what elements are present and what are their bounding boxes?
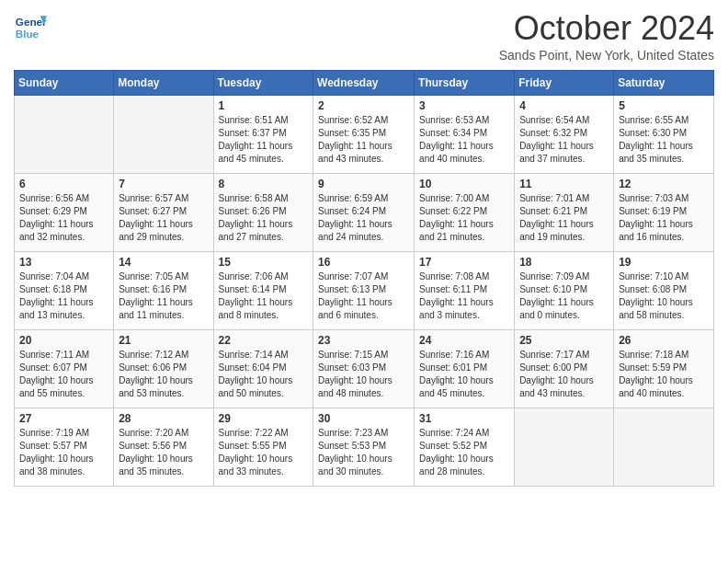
day-number: 10	[419, 178, 509, 190]
day-number: 6	[19, 178, 108, 190]
calendar-cell	[15, 96, 114, 174]
calendar-cell: 28Sunrise: 7:20 AM Sunset: 5:56 PM Dayli…	[114, 408, 213, 487]
day-info: Sunrise: 7:05 AM Sunset: 6:16 PM Dayligh…	[119, 270, 208, 322]
calendar-cell: 10Sunrise: 7:00 AM Sunset: 6:22 PM Dayli…	[415, 174, 515, 252]
day-info: Sunrise: 7:17 AM Sunset: 6:00 PM Dayligh…	[519, 349, 609, 400]
calendar-cell: 11Sunrise: 7:01 AM Sunset: 6:21 PM Dayli…	[515, 174, 614, 252]
calendar-cell: 13Sunrise: 7:04 AM Sunset: 6:18 PM Dayli…	[15, 252, 114, 330]
calendar-cell: 27Sunrise: 7:19 AM Sunset: 5:57 PM Dayli…	[15, 408, 114, 487]
calendar-cell: 21Sunrise: 7:12 AM Sunset: 6:06 PM Dayli…	[114, 330, 213, 408]
day-number: 31	[419, 412, 509, 425]
calendar-cell: 19Sunrise: 7:10 AM Sunset: 6:08 PM Dayli…	[614, 252, 714, 330]
title-area: October 2024 Sands Point, New York, Unit…	[499, 9, 714, 63]
day-info: Sunrise: 7:00 AM Sunset: 6:22 PM Dayligh…	[419, 192, 509, 244]
day-number: 21	[119, 334, 208, 347]
day-number: 7	[119, 178, 208, 190]
calendar-week-row: 1Sunrise: 6:51 AM Sunset: 6:37 PM Daylig…	[15, 96, 714, 174]
day-info: Sunrise: 7:20 AM Sunset: 5:56 PM Dayligh…	[119, 427, 208, 478]
day-number: 9	[318, 178, 409, 190]
day-info: Sunrise: 6:55 AM Sunset: 6:30 PM Dayligh…	[619, 114, 709, 166]
day-number: 2	[318, 99, 409, 112]
calendar-cell: 4Sunrise: 6:54 AM Sunset: 6:32 PM Daylig…	[515, 96, 614, 174]
calendar-cell: 16Sunrise: 7:07 AM Sunset: 6:13 PM Dayli…	[313, 252, 415, 330]
day-number: 22	[219, 334, 309, 347]
calendar-cell: 14Sunrise: 7:05 AM Sunset: 6:16 PM Dayli…	[114, 252, 213, 330]
day-number: 20	[19, 334, 108, 347]
day-of-week-header: Thursday	[415, 71, 515, 96]
calendar-cell: 8Sunrise: 6:58 AM Sunset: 6:26 PM Daylig…	[213, 174, 313, 252]
header: General Blue October 2024 Sands Point, N…	[14, 9, 714, 63]
day-info: Sunrise: 7:19 AM Sunset: 5:57 PM Dayligh…	[19, 427, 108, 478]
day-info: Sunrise: 7:04 AM Sunset: 6:18 PM Dayligh…	[19, 270, 108, 322]
calendar-cell: 18Sunrise: 7:09 AM Sunset: 6:10 PM Dayli…	[515, 252, 614, 330]
day-info: Sunrise: 6:58 AM Sunset: 6:26 PM Dayligh…	[219, 192, 309, 244]
day-info: Sunrise: 7:24 AM Sunset: 5:52 PM Dayligh…	[419, 427, 509, 478]
day-info: Sunrise: 6:54 AM Sunset: 6:32 PM Dayligh…	[519, 114, 609, 166]
day-of-week-header: Monday	[114, 71, 213, 96]
calendar-cell: 7Sunrise: 6:57 AM Sunset: 6:27 PM Daylig…	[114, 174, 213, 252]
calendar-cell	[114, 96, 213, 174]
calendar-cell: 29Sunrise: 7:22 AM Sunset: 5:55 PM Dayli…	[213, 408, 313, 487]
day-info: Sunrise: 7:11 AM Sunset: 6:07 PM Dayligh…	[19, 349, 108, 400]
svg-text:Blue: Blue	[16, 28, 40, 40]
day-info: Sunrise: 7:22 AM Sunset: 5:55 PM Dayligh…	[219, 427, 309, 478]
day-number: 19	[619, 256, 709, 269]
calendar-cell: 24Sunrise: 7:16 AM Sunset: 6:01 PM Dayli…	[415, 330, 515, 408]
day-number: 3	[419, 99, 509, 112]
calendar-cell	[515, 408, 614, 487]
day-info: Sunrise: 6:52 AM Sunset: 6:35 PM Dayligh…	[318, 114, 409, 166]
day-info: Sunrise: 7:07 AM Sunset: 6:13 PM Dayligh…	[318, 270, 409, 322]
day-number: 8	[219, 178, 309, 190]
day-of-week-header: Friday	[515, 71, 614, 96]
calendar-cell: 3Sunrise: 6:53 AM Sunset: 6:34 PM Daylig…	[415, 96, 515, 174]
day-info: Sunrise: 6:51 AM Sunset: 6:37 PM Dayligh…	[219, 114, 309, 166]
day-number: 13	[19, 256, 108, 269]
calendar-week-row: 6Sunrise: 6:56 AM Sunset: 6:29 PM Daylig…	[15, 174, 714, 252]
calendar-table: SundayMondayTuesdayWednesdayThursdayFrid…	[14, 70, 714, 487]
day-info: Sunrise: 6:59 AM Sunset: 6:24 PM Dayligh…	[318, 192, 409, 244]
day-number: 4	[519, 99, 609, 112]
calendar-week-row: 27Sunrise: 7:19 AM Sunset: 5:57 PM Dayli…	[15, 408, 714, 487]
calendar-cell: 1Sunrise: 6:51 AM Sunset: 6:37 PM Daylig…	[213, 96, 313, 174]
day-info: Sunrise: 6:56 AM Sunset: 6:29 PM Dayligh…	[19, 192, 108, 244]
day-of-week-header: Sunday	[15, 71, 114, 96]
day-info: Sunrise: 7:14 AM Sunset: 6:04 PM Dayligh…	[219, 349, 309, 400]
calendar-cell: 25Sunrise: 7:17 AM Sunset: 6:00 PM Dayli…	[515, 330, 614, 408]
day-number: 14	[119, 256, 208, 269]
location-subtitle: Sands Point, New York, United States	[499, 48, 714, 63]
calendar-cell: 17Sunrise: 7:08 AM Sunset: 6:11 PM Dayli…	[415, 252, 515, 330]
day-info: Sunrise: 7:09 AM Sunset: 6:10 PM Dayligh…	[519, 270, 609, 322]
day-number: 27	[19, 412, 108, 425]
day-info: Sunrise: 7:06 AM Sunset: 6:14 PM Dayligh…	[219, 270, 309, 322]
calendar-cell: 20Sunrise: 7:11 AM Sunset: 6:07 PM Dayli…	[15, 330, 114, 408]
day-info: Sunrise: 7:15 AM Sunset: 6:03 PM Dayligh…	[318, 349, 409, 400]
month-title: October 2024	[499, 9, 714, 48]
day-number: 23	[318, 334, 409, 347]
day-info: Sunrise: 7:18 AM Sunset: 5:59 PM Dayligh…	[619, 349, 709, 400]
calendar-cell: 15Sunrise: 7:06 AM Sunset: 6:14 PM Dayli…	[213, 252, 313, 330]
calendar-cell: 5Sunrise: 6:55 AM Sunset: 6:30 PM Daylig…	[614, 96, 714, 174]
day-info: Sunrise: 7:16 AM Sunset: 6:01 PM Dayligh…	[419, 349, 509, 400]
day-number: 24	[419, 334, 509, 347]
calendar-cell: 6Sunrise: 6:56 AM Sunset: 6:29 PM Daylig…	[15, 174, 114, 252]
day-number: 30	[318, 412, 409, 425]
day-number: 15	[219, 256, 309, 269]
calendar-cell: 12Sunrise: 7:03 AM Sunset: 6:19 PM Dayli…	[614, 174, 714, 252]
logo: General Blue	[14, 9, 51, 42]
calendar-cell: 23Sunrise: 7:15 AM Sunset: 6:03 PM Dayli…	[313, 330, 415, 408]
calendar-cell: 31Sunrise: 7:24 AM Sunset: 5:52 PM Dayli…	[415, 408, 515, 487]
day-number: 11	[519, 178, 609, 190]
day-of-week-header: Wednesday	[313, 71, 415, 96]
day-info: Sunrise: 6:53 AM Sunset: 6:34 PM Dayligh…	[419, 114, 509, 166]
calendar-cell: 2Sunrise: 6:52 AM Sunset: 6:35 PM Daylig…	[313, 96, 415, 174]
day-info: Sunrise: 7:23 AM Sunset: 5:53 PM Dayligh…	[318, 427, 409, 478]
day-number: 18	[519, 256, 609, 269]
day-info: Sunrise: 7:12 AM Sunset: 6:06 PM Dayligh…	[119, 349, 208, 400]
calendar-week-row: 20Sunrise: 7:11 AM Sunset: 6:07 PM Dayli…	[15, 330, 714, 408]
logo-icon: General Blue	[14, 9, 47, 42]
day-of-week-header: Saturday	[614, 71, 714, 96]
day-info: Sunrise: 7:08 AM Sunset: 6:11 PM Dayligh…	[419, 270, 509, 322]
day-info: Sunrise: 7:10 AM Sunset: 6:08 PM Dayligh…	[619, 270, 709, 322]
calendar-cell: 9Sunrise: 6:59 AM Sunset: 6:24 PM Daylig…	[313, 174, 415, 252]
calendar-cell: 30Sunrise: 7:23 AM Sunset: 5:53 PM Dayli…	[313, 408, 415, 487]
